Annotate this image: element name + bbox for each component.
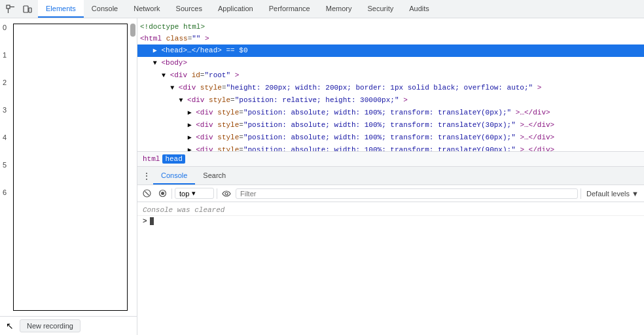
tab-sources[interactable]: Sources — [168, 0, 210, 18]
breadcrumb-head[interactable]: head — [162, 154, 185, 164]
toolbar-divider-3 — [581, 188, 581, 199]
devtools-tabs: Elements Console Network Sources Applica… — [38, 0, 644, 18]
console-filter-input[interactable] — [236, 188, 578, 199]
svg-rect-3 — [24, 6, 28, 12]
tab-performance[interactable]: Performance — [261, 0, 318, 18]
head-triangle[interactable]: ▶ — [153, 47, 157, 54]
tab-security[interactable]: Security — [359, 0, 401, 18]
preview-content-box — [13, 24, 128, 311]
svg-point-9 — [225, 192, 228, 195]
class-value: "" — [192, 35, 200, 43]
svg-rect-0 — [7, 5, 10, 9]
preview-panel: 0 1 2 3 4 5 6 ↖ New recording — [0, 18, 137, 335]
console-tabs-bar: ⋮ Console Search — [137, 167, 644, 185]
line-num-1: 1 — [3, 51, 7, 59]
body-triangle[interactable]: ▼ — [153, 60, 157, 67]
row30-triangle[interactable]: ▶ — [188, 122, 192, 129]
clear-console-button[interactable] — [140, 187, 153, 200]
breadcrumb-html[interactable]: html — [143, 155, 160, 163]
line-num-2: 2 — [3, 79, 7, 86]
stop-recording-button[interactable] — [156, 187, 169, 200]
tree-line-head[interactable]: ▶ <head>…</head> == $0 — [137, 44, 644, 57]
row0-triangle[interactable]: ▶ — [188, 109, 192, 116]
html-tag: <html — [140, 35, 162, 43]
context-value: top — [179, 190, 189, 198]
context-chevron-icon: ▾ — [192, 189, 196, 198]
line-num-3: 3 — [3, 106, 7, 114]
line-numbers: 0 1 2 3 4 5 6 — [3, 24, 7, 196]
nav-icons — [0, 1, 38, 17]
outer-triangle[interactable]: ▼ — [170, 84, 174, 92]
class-attr: class — [166, 35, 188, 43]
log-levels-label: Default levels ▼ — [586, 190, 639, 198]
tree-line-row-30px[interactable]: ▶ <div style="position: absolute; width:… — [137, 119, 644, 132]
console-more-icon[interactable]: ⋮ — [140, 169, 153, 183]
tab-memory[interactable]: Memory — [318, 0, 360, 18]
cleared-text: Console was cleared — [143, 206, 224, 214]
line-num-5: 5 — [3, 161, 7, 169]
prompt-cursor — [150, 217, 154, 225]
tree-line-root-div[interactable]: ▼ <div id="root" > — [137, 69, 644, 82]
tab-application[interactable]: Application — [210, 0, 261, 18]
svg-line-6 — [145, 192, 149, 196]
tab-elements[interactable]: Elements — [38, 0, 84, 18]
devtools-navbar: Elements Console Network Sources Applica… — [0, 0, 644, 18]
svg-rect-4 — [29, 8, 31, 12]
cursor-icon: ↖ — [5, 321, 14, 330]
root-triangle[interactable]: ▼ — [162, 72, 166, 79]
toolbar-divider-2 — [217, 188, 217, 199]
console-prompt-line[interactable]: > — [137, 216, 644, 226]
tree-line-html[interactable]: <html class="" > — [137, 33, 644, 44]
device-toolbar-button[interactable] — [20, 1, 35, 17]
context-selector[interactable]: top ▾ — [175, 188, 214, 199]
preview-bottom-bar: ↖ New recording — [0, 316, 137, 335]
console-cleared-message: Console was cleared — [137, 205, 644, 216]
tree-line-body[interactable]: ▼ <body> — [137, 57, 644, 69]
tab-network[interactable]: Network — [126, 0, 168, 18]
tab-console[interactable]: Console — [84, 0, 126, 18]
console-output: Console was cleared > — [137, 202, 644, 335]
body-tag: <body> — [161, 59, 187, 67]
row60-triangle[interactable]: ▶ — [188, 134, 192, 141]
tree-line-row-60px[interactable]: ▶ <div style="position: absolute; width:… — [137, 132, 644, 144]
toolbar-divider-1 — [171, 188, 172, 199]
preview-scrollbar-thumb — [130, 24, 135, 37]
row90-triangle[interactable]: ▶ — [188, 147, 192, 151]
line-num-4: 4 — [3, 133, 7, 141]
tab-search-panel[interactable]: Search — [195, 167, 234, 185]
line-num-6: 6 — [3, 188, 7, 196]
log-levels-button[interactable]: Default levels ▼ — [584, 189, 641, 198]
elements-tree[interactable]: <!doctype html> <html class="" > ▶ <head… — [137, 18, 644, 151]
svg-point-8 — [161, 192, 164, 195]
head-tag: <head>…</head> — [161, 46, 221, 54]
breadcrumb-bar: html head — [137, 151, 644, 167]
eye-icon-button[interactable] — [220, 187, 233, 200]
tree-line-row-90px[interactable]: ▶ <div style="position: absolute; width:… — [137, 144, 644, 151]
line-num-0: 0 — [3, 24, 7, 31]
main-area: 0 1 2 3 4 5 6 ↖ New recording <!doctype … — [0, 18, 644, 335]
tree-line-inner-div[interactable]: ▼ <div style="position: relative; height… — [137, 94, 644, 107]
devtools-right-panel: <!doctype html> <html class="" > ▶ <head… — [137, 18, 644, 335]
tab-console-panel[interactable]: Console — [153, 167, 195, 185]
inner-triangle[interactable]: ▼ — [179, 97, 183, 104]
console-toolbar: top ▾ Default levels ▼ — [137, 185, 644, 202]
element-picker-button[interactable] — [3, 1, 18, 17]
prompt-arrow-icon: > — [143, 217, 147, 225]
doctype-text: <!doctype html> — [140, 23, 205, 31]
tree-line-row-0px[interactable]: ▶ <div style="position: absolute; width:… — [137, 107, 644, 119]
new-recording-button[interactable]: New recording — [20, 319, 80, 332]
preview-canvas: 0 1 2 3 4 5 6 — [0, 18, 137, 316]
tab-audits[interactable]: Audits — [401, 0, 437, 18]
tree-line-outer-div[interactable]: ▼ <div style="height: 200px; width: 200p… — [137, 82, 644, 94]
tree-line-doctype[interactable]: <!doctype html> — [137, 21, 644, 33]
